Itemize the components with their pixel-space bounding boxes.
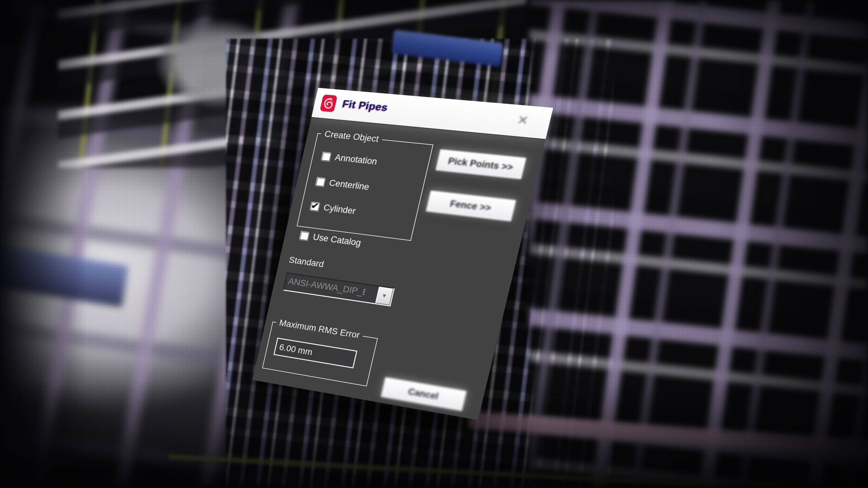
pipe-olive-segment	[168, 454, 717, 488]
chevron-down-icon: ▼	[381, 292, 388, 299]
pick-points-button[interactable]: Pick Points >>	[436, 149, 526, 179]
standard-combobox[interactable]: ANSI-AWWA_DIP_ENG ▼	[283, 272, 395, 306]
dialog-title: Fit Pipes	[341, 98, 389, 113]
pipe-pink-segment	[468, 412, 868, 456]
pipe-blue-sign	[0, 245, 128, 307]
use-catalog-checkbox[interactable]	[299, 231, 309, 240]
fence-button[interactable]: Fence >>	[426, 190, 516, 221]
standard-label: Standard	[288, 255, 325, 269]
pipe-blue-segment	[392, 30, 503, 67]
standard-combobox-value: ANSI-AWWA_DIP_ENG	[287, 276, 366, 297]
screenshot-stage: Fit Pipes ✕ Create Object Annotation Cen…	[0, 0, 868, 488]
max-rms-error-legend: Maximum RMS Error	[275, 318, 364, 341]
create-object-legend: Create Object	[320, 129, 383, 144]
pointcloud-pipes-right	[530, 0, 868, 488]
checkbox-row-use-catalog[interactable]: Use Catalog	[299, 231, 301, 240]
use-catalog-label: Use Catalog	[312, 232, 362, 248]
combo-dropdown-button[interactable]: ▼	[375, 287, 394, 305]
cyclone-logo-icon	[319, 94, 338, 112]
close-icon[interactable]: ✕	[514, 112, 531, 128]
